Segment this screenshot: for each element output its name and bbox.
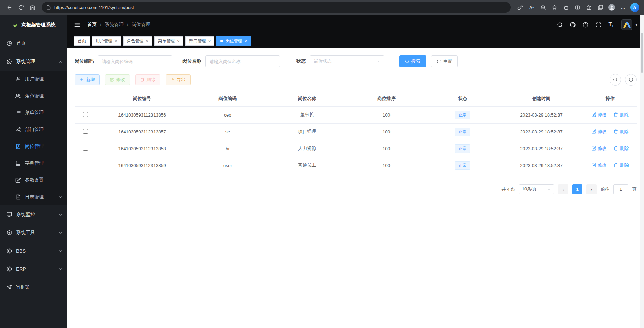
row-checkbox[interactable] bbox=[83, 163, 88, 167]
page-size-select[interactable]: 10条/页 bbox=[519, 184, 554, 194]
row-delete-link[interactable]: 删除 bbox=[614, 112, 629, 118]
add-button[interactable]: 新增 bbox=[75, 74, 100, 85]
sidebar-toggle-button[interactable] bbox=[74, 22, 80, 28]
post-code-input[interactable] bbox=[98, 55, 172, 67]
sidebar-item-home[interactable]: 首页 bbox=[0, 34, 67, 53]
header-search-button[interactable] bbox=[554, 19, 566, 30]
zoom-button[interactable] bbox=[538, 2, 548, 13]
split-screen-button[interactable] bbox=[572, 2, 583, 13]
tab-role-mgmt[interactable]: 角色管理 × bbox=[123, 36, 152, 46]
sidebar-item-dict-mgmt[interactable]: 字典管理 bbox=[0, 155, 67, 172]
row-delete-link[interactable]: 删除 bbox=[614, 162, 629, 168]
browser-refresh-button[interactable] bbox=[15, 2, 26, 13]
favorites-bar-button[interactable] bbox=[583, 2, 594, 13]
tab-post-mgmt[interactable]: 岗位管理 × bbox=[216, 36, 251, 46]
collections-button[interactable] bbox=[595, 2, 606, 13]
font-size-button[interactable]: T T bbox=[605, 19, 617, 30]
row-edit-link[interactable]: 修改 bbox=[592, 112, 607, 118]
app-logo: 意框架管理系统 bbox=[0, 15, 67, 34]
tab-close-icon[interactable]: × bbox=[244, 39, 247, 43]
tab-dept-mgmt[interactable]: 部门管理 × bbox=[185, 36, 215, 46]
cell-post-id: 1641030593112313857 bbox=[96, 123, 188, 140]
sidebar-item-menu-mgmt[interactable]: 菜单管理 bbox=[0, 104, 67, 121]
prev-page-button[interactable]: ‹ bbox=[558, 184, 568, 194]
browser-home-button[interactable] bbox=[27, 2, 38, 13]
breadcrumb-item-system[interactable]: 系统管理 bbox=[105, 22, 124, 28]
sidebar-item-dept-mgmt[interactable]: 部门管理 bbox=[0, 121, 67, 138]
row-delete-link[interactable]: 删除 bbox=[614, 145, 629, 152]
breadcrumb-item-home[interactable]: 首页 bbox=[87, 22, 97, 28]
browser-profile-button[interactable] bbox=[606, 2, 617, 13]
user-avatar[interactable] bbox=[621, 19, 632, 30]
goto-page-input[interactable] bbox=[613, 184, 628, 194]
status-select[interactable]: 岗位状态 bbox=[310, 55, 384, 67]
tab-close-icon[interactable]: × bbox=[177, 39, 180, 43]
tab-close-icon[interactable]: × bbox=[115, 39, 117, 43]
post-name-input[interactable] bbox=[205, 55, 280, 67]
scrollbar-thumb[interactable] bbox=[641, 33, 643, 73]
next-page-button[interactable]: › bbox=[586, 184, 597, 194]
row-delete-link[interactable]: 删除 bbox=[614, 129, 629, 135]
row-checkbox[interactable] bbox=[83, 146, 88, 151]
row-edit-link[interactable]: 修改 bbox=[592, 145, 607, 152]
browser-back-button[interactable] bbox=[4, 2, 15, 13]
edit-button[interactable]: 修改 bbox=[105, 74, 130, 85]
sidebar-item-erp[interactable]: ERP bbox=[0, 260, 67, 278]
search-button[interactable]: 搜索 bbox=[399, 55, 426, 67]
sidebar-item-system[interactable]: 系统管理 bbox=[0, 53, 67, 71]
fullscreen-button[interactable] bbox=[592, 19, 604, 30]
sidebar-item-label: 系统管理 bbox=[16, 59, 35, 65]
row-delete-label: 删除 bbox=[620, 145, 629, 152]
sidebar-item-log-mgmt[interactable]: 日志管理 bbox=[0, 189, 67, 205]
row-checkbox[interactable] bbox=[83, 112, 88, 117]
post-name-field: 岗位名称 bbox=[182, 55, 280, 67]
export-button[interactable]: 导出 bbox=[166, 74, 191, 85]
sidebar-item-post-mgmt[interactable]: 岗位管理 bbox=[0, 138, 67, 155]
sidebar-item-monitor[interactable]: 系统监控 bbox=[0, 205, 67, 224]
add-favorite-button[interactable] bbox=[549, 2, 560, 13]
delete-button[interactable]: 删除 bbox=[135, 74, 160, 85]
sidebar-item-user-mgmt[interactable]: 用户管理 bbox=[0, 71, 67, 88]
row-delete-label: 删除 bbox=[620, 162, 629, 168]
help-button[interactable] bbox=[580, 19, 591, 30]
page-scrollbar[interactable] bbox=[640, 15, 644, 328]
cell-post-sort: 100 bbox=[347, 140, 426, 157]
row-edit-link[interactable]: 修改 bbox=[592, 129, 607, 135]
pencil-icon bbox=[592, 129, 596, 134]
browser-menu-button[interactable]: … bbox=[618, 2, 629, 13]
extensions-button[interactable] bbox=[561, 2, 571, 13]
row-checkbox[interactable] bbox=[83, 129, 88, 134]
back-arrow-icon bbox=[7, 5, 12, 10]
password-key-button[interactable] bbox=[515, 2, 526, 13]
avatar-caret-icon[interactable]: ▾ bbox=[635, 23, 637, 27]
chevron-up-icon bbox=[58, 60, 63, 64]
table-row: 1641030593112313858 hr 人力资源 100 正常 2023-… bbox=[75, 140, 637, 157]
refresh-table-button[interactable] bbox=[625, 74, 637, 86]
tab-user-mgmt[interactable]: 用户管理 × bbox=[92, 36, 121, 46]
reset-button[interactable]: 重置 bbox=[431, 55, 458, 67]
sidebar-item-bbs[interactable]: BBS bbox=[0, 242, 67, 260]
address-bar[interactable]: https://ccnetcore.com:1101/system/post bbox=[42, 2, 511, 13]
avatar-logo-shape bbox=[626, 22, 631, 28]
sidebar-item-param-settings[interactable]: 参数设置 bbox=[0, 172, 67, 189]
toggle-search-button[interactable] bbox=[610, 74, 621, 86]
tab-label: 用户管理 bbox=[96, 38, 112, 44]
font-size-small-icon: T bbox=[612, 24, 614, 28]
tab-home[interactable]: 首页 bbox=[74, 36, 90, 46]
copilot-button[interactable]: b bbox=[629, 2, 640, 13]
sidebar-item-yi-framework[interactable]: Yi框架 bbox=[0, 278, 67, 296]
tab-close-icon[interactable]: × bbox=[208, 39, 211, 43]
select-all-checkbox[interactable] bbox=[83, 96, 88, 100]
read-aloud-button[interactable]: Aⁿ bbox=[526, 2, 537, 13]
sidebar-item-role-mgmt[interactable]: 角色管理 bbox=[0, 88, 67, 104]
page-info-icon[interactable] bbox=[46, 5, 51, 10]
tab-menu-mgmt[interactable]: 菜单管理 × bbox=[154, 36, 183, 46]
tab-close-icon[interactable]: × bbox=[146, 39, 149, 43]
cell-post-name: 项目经理 bbox=[267, 123, 347, 140]
row-edit-link[interactable]: 修改 bbox=[592, 162, 607, 168]
trash-icon bbox=[140, 78, 144, 82]
github-button[interactable] bbox=[567, 19, 578, 30]
sidebar-item-tools[interactable]: 系统工具 bbox=[0, 224, 67, 242]
page-1-button[interactable]: 1 bbox=[572, 184, 582, 194]
badge-icon bbox=[15, 144, 21, 149]
